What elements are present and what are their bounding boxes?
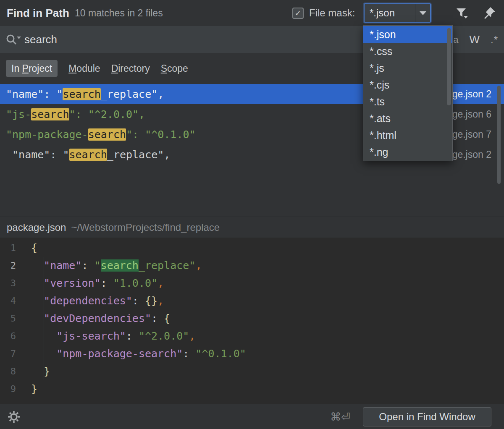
line-number: 2 xyxy=(0,257,16,275)
funnel-icon xyxy=(454,6,469,20)
file-mask-label: File mask: xyxy=(309,0,355,26)
preview-editor: 123456789 { "name": "search_replace", "v… xyxy=(0,238,504,404)
file-mask-option[interactable]: *.ats xyxy=(363,110,452,127)
code-line: "dependencies": {}, xyxy=(31,292,504,310)
line-number: 4 xyxy=(0,292,16,310)
line-number: 9 xyxy=(0,380,16,398)
preview-header: package.json ~/WebstormProjects/find_rep… xyxy=(0,217,504,238)
editor-code: { "name": "search_replace", "version": "… xyxy=(31,239,504,398)
match-count: 10 matches in 2 files xyxy=(75,0,163,26)
result-text: "js-search": "^2.0.0", xyxy=(6,108,145,120)
match-case-toggle[interactable]: a xyxy=(453,34,458,45)
file-mask-option[interactable]: *.cjs xyxy=(363,76,452,93)
search-toggles: a W .* xyxy=(453,26,498,53)
dialog-footer: ⌘⏎ Open in Find Window xyxy=(0,404,504,429)
scope-tab-directory[interactable]: Directory xyxy=(111,60,150,77)
scope-tab-scope[interactable]: Scope xyxy=(161,60,188,77)
file-mask-dropdown: *.json*.css*.js*.cjs*.ts*.ats*.html*.ng xyxy=(363,25,453,161)
line-number: 1 xyxy=(0,239,16,257)
file-mask-option[interactable]: *.ts xyxy=(363,93,452,110)
file-mask-option[interactable]: *.css xyxy=(363,43,452,60)
file-mask-option[interactable]: *.ng xyxy=(363,144,452,160)
chevron-down-icon xyxy=(420,11,426,15)
preview-file-path: ~/WebstormProjects/find_replace xyxy=(71,222,220,233)
code-line: } xyxy=(31,380,504,398)
file-mask-option[interactable]: *.js xyxy=(363,60,452,76)
whole-words-toggle[interactable]: W xyxy=(469,33,480,46)
pin-button[interactable] xyxy=(481,5,497,21)
file-mask-option[interactable]: *.html xyxy=(363,127,452,144)
combo-dropdown-button[interactable] xyxy=(415,4,430,22)
pushpin-icon xyxy=(482,6,496,20)
result-text: "name": "search_replace", xyxy=(6,88,164,100)
gear-icon xyxy=(7,410,21,424)
checkmark-icon: ✓ xyxy=(295,9,302,17)
code-line: "js-search": "^2.0.0", xyxy=(31,327,504,345)
dialog-title: Find in Path xyxy=(7,0,69,26)
line-number: 5 xyxy=(0,310,16,327)
line-number: 6 xyxy=(0,327,16,345)
scope-tab-module[interactable]: Module xyxy=(68,60,100,77)
code-line: "npm-package-search": "^0.1.0" xyxy=(31,345,504,363)
file-mask-combobox[interactable]: *.json xyxy=(364,3,431,23)
find-in-path-dialog: Find in Path 10 matches in 2 files ✓ Fil… xyxy=(0,0,504,429)
code-line: "version": "1.0.0", xyxy=(31,275,504,292)
scope-tabs: In ProjectModuleDirectoryScope xyxy=(6,60,188,77)
result-text: "npm-package-search": "^0.1.0" xyxy=(6,128,196,141)
results-scrollbar[interactable] xyxy=(497,86,501,184)
scope-tab-project[interactable]: In Project xyxy=(6,60,58,77)
match-highlight: search xyxy=(31,108,69,120)
search-icon[interactable] xyxy=(5,33,22,47)
open-in-find-window-button[interactable]: Open in Find Window xyxy=(363,407,491,426)
file-mask-dropdown-list: *.json*.css*.js*.cjs*.ts*.ats*.html*.ng xyxy=(363,26,452,160)
file-mask-value: *.json xyxy=(365,4,415,22)
settings-button[interactable] xyxy=(7,410,21,424)
open-shortcut-hint: ⌘⏎ xyxy=(330,411,350,423)
code-line: "name": "search_replace", xyxy=(31,257,504,275)
line-number: 3 xyxy=(0,275,16,292)
match-highlight: search xyxy=(88,128,126,141)
preview-file-name: package.json xyxy=(7,222,66,233)
code-line: { xyxy=(31,239,504,257)
search-input[interactable]: search xyxy=(24,26,57,53)
filter-button[interactable] xyxy=(454,5,470,21)
regex-toggle[interactable]: .* xyxy=(491,34,498,46)
line-number: 7 xyxy=(0,345,16,363)
match-highlight: search xyxy=(69,149,107,161)
editor-gutter: 123456789 xyxy=(0,239,16,398)
line-number: 8 xyxy=(0,363,16,380)
result-text: "name": "search_replace", xyxy=(6,149,170,161)
code-line: } xyxy=(31,363,504,380)
dialog-header: Find in Path 10 matches in 2 files ✓ Fil… xyxy=(0,0,504,26)
dropdown-scrollbar[interactable] xyxy=(447,28,451,105)
code-line: "devDependencies": { xyxy=(31,310,504,327)
match-highlight: search xyxy=(63,88,100,100)
file-mask-checkbox[interactable]: ✓ xyxy=(292,8,304,19)
file-mask-option[interactable]: *.json xyxy=(363,26,452,43)
